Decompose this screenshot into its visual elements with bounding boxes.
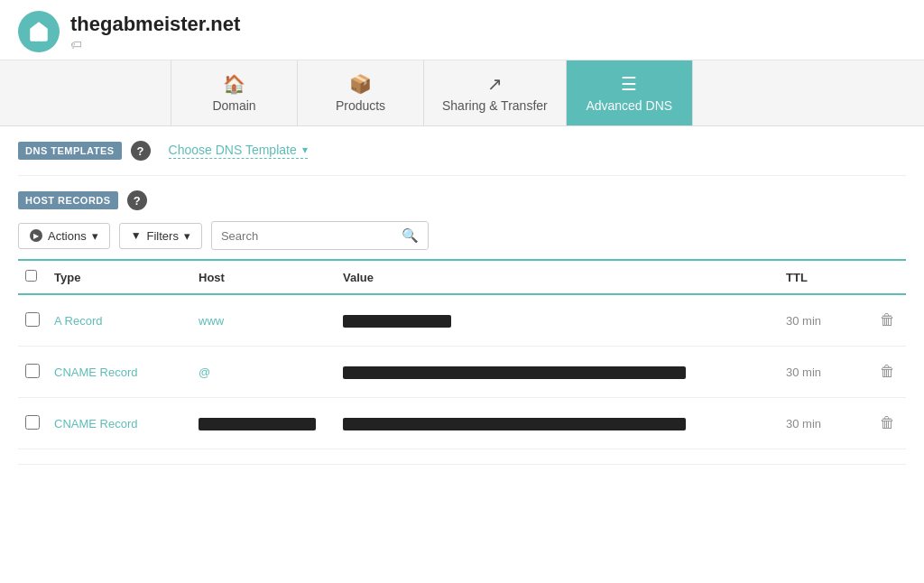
row2-ttl: 30 min bbox=[779, 347, 869, 398]
svg-rect-0 bbox=[34, 24, 44, 32]
filters-button[interactable]: ▼ Filters ▾ bbox=[119, 223, 202, 249]
row1-value-redacted bbox=[343, 315, 451, 328]
search-input[interactable] bbox=[212, 224, 393, 248]
table-header-row: Type Host Value TTL bbox=[18, 260, 906, 294]
tab-advanced-dns[interactable]: ☰ Advanced DNS bbox=[567, 60, 693, 125]
row2-value-redacted bbox=[343, 366, 686, 379]
row3-host-redacted bbox=[199, 418, 316, 430]
row3-checkbox[interactable] bbox=[25, 415, 40, 430]
row1-ttl: 30 min bbox=[779, 294, 869, 347]
row3-host bbox=[191, 398, 336, 449]
row2-type: CNAME Record bbox=[47, 347, 191, 398]
content-area: DNS TEMPLATES ? Choose DNS Template ▾ HO… bbox=[0, 126, 924, 465]
dns-templates-help[interactable]: ? bbox=[131, 141, 151, 161]
row3-type: CNAME Record bbox=[47, 398, 191, 449]
tab-sharing[interactable]: ↗ Sharing & Transfer bbox=[424, 60, 567, 125]
table-row: A Record www 30 min 🗑 bbox=[18, 294, 906, 347]
search-button[interactable]: 🔍 bbox=[393, 222, 428, 249]
tab-advanced-dns-label: Advanced DNS bbox=[586, 98, 672, 113]
row3-type-link[interactable]: CNAME Record bbox=[54, 417, 137, 430]
row2-check bbox=[18, 347, 47, 398]
col-header-value: Value bbox=[336, 260, 779, 294]
domain-icon: 🏠 bbox=[223, 73, 245, 95]
row2-value bbox=[336, 347, 779, 398]
records-toolbar: ▶ Actions ▾ ▼ Filters ▾ 🔍 bbox=[18, 210, 906, 259]
tab-sharing-label: Sharing & Transfer bbox=[442, 98, 548, 113]
row3-delete-button[interactable]: 🗑 bbox=[876, 411, 899, 436]
row1-type-link[interactable]: A Record bbox=[54, 314, 102, 328]
filters-chevron-icon: ▾ bbox=[184, 229, 190, 243]
advanced-dns-icon: ☰ bbox=[621, 73, 637, 95]
row1-delete-button[interactable]: 🗑 bbox=[876, 308, 899, 333]
row3-ttl: 30 min bbox=[779, 398, 869, 449]
row3-check bbox=[18, 398, 47, 449]
row3-value bbox=[336, 398, 779, 449]
host-records-section: HOST RECORDS ? ▶ Actions ▾ ▼ Filters ▾ 🔍 bbox=[18, 176, 906, 465]
table-body: A Record www 30 min 🗑 bbox=[18, 294, 906, 449]
row2-delete: 🗑 bbox=[869, 347, 906, 398]
row2-host: @ bbox=[191, 347, 336, 398]
filter-icon: ▼ bbox=[131, 229, 142, 242]
row2-delete-button[interactable]: 🗑 bbox=[876, 359, 899, 384]
host-records-badge[interactable]: HOST RECORDS bbox=[18, 191, 118, 209]
search-box: 🔍 bbox=[211, 221, 429, 250]
host-records-table: Type Host Value TTL A Record www bbox=[18, 259, 906, 449]
dns-templates-section: DNS TEMPLATES ? Choose DNS Template ▾ bbox=[18, 126, 906, 176]
col-header-host: Host bbox=[191, 260, 336, 294]
site-tag: 🏷 bbox=[70, 38, 240, 51]
table-row: CNAME Record 30 min 🗑 bbox=[18, 398, 906, 449]
col-header-check bbox=[18, 260, 47, 294]
row2-type-link[interactable]: CNAME Record bbox=[54, 366, 137, 379]
row1-delete: 🗑 bbox=[869, 294, 906, 347]
table-head: Type Host Value TTL bbox=[18, 260, 906, 294]
tab-spacer bbox=[0, 60, 171, 125]
filters-label: Filters bbox=[147, 229, 179, 243]
row1-type: A Record bbox=[47, 294, 191, 347]
row2-checkbox[interactable] bbox=[25, 364, 40, 378]
site-title: thegabmeister.net bbox=[70, 13, 240, 36]
dns-template-placeholder: Choose DNS Template bbox=[169, 143, 297, 157]
actions-label: Actions bbox=[48, 229, 87, 243]
tab-domain-label: Domain bbox=[212, 98, 255, 113]
site-logo bbox=[18, 11, 60, 52]
dns-templates-badge[interactable]: DNS TEMPLATES bbox=[18, 142, 122, 160]
row1-host: www bbox=[191, 294, 336, 347]
tab-products-label: Products bbox=[336, 98, 385, 113]
actions-play-icon: ▶ bbox=[30, 229, 42, 242]
table-row: CNAME Record @ 30 min 🗑 bbox=[18, 347, 906, 398]
row1-checkbox[interactable] bbox=[25, 312, 40, 327]
chevron-down-icon: ▾ bbox=[302, 143, 308, 156]
host-records-help[interactable]: ? bbox=[127, 190, 147, 210]
tab-domain[interactable]: 🏠 Domain bbox=[171, 60, 298, 125]
tab-products[interactable]: 📦 Products bbox=[298, 60, 424, 125]
row3-value-redacted bbox=[343, 418, 686, 430]
products-icon: 📦 bbox=[349, 73, 372, 95]
host-records-header: HOST RECORDS ? bbox=[18, 190, 906, 210]
sharing-icon: ↗ bbox=[487, 73, 503, 95]
row3-delete: 🗑 bbox=[869, 398, 906, 449]
dns-template-dropdown[interactable]: Choose DNS Template ▾ bbox=[169, 143, 308, 159]
row1-check bbox=[18, 294, 47, 347]
dns-templates-header: DNS TEMPLATES ? Choose DNS Template ▾ bbox=[18, 141, 906, 161]
row1-value bbox=[336, 294, 779, 347]
col-header-type: Type bbox=[47, 260, 191, 294]
select-all-checkbox[interactable] bbox=[25, 270, 37, 282]
nav-tabs: 🏠 Domain 📦 Products ↗ Sharing & Transfer… bbox=[0, 60, 924, 126]
col-header-del bbox=[869, 260, 906, 294]
actions-chevron-icon: ▾ bbox=[92, 229, 98, 243]
site-info: thegabmeister.net 🏷 bbox=[70, 13, 240, 51]
col-header-ttl: TTL bbox=[779, 260, 869, 294]
site-header: thegabmeister.net 🏷 bbox=[0, 0, 924, 60]
actions-button[interactable]: ▶ Actions ▾ bbox=[18, 223, 110, 249]
